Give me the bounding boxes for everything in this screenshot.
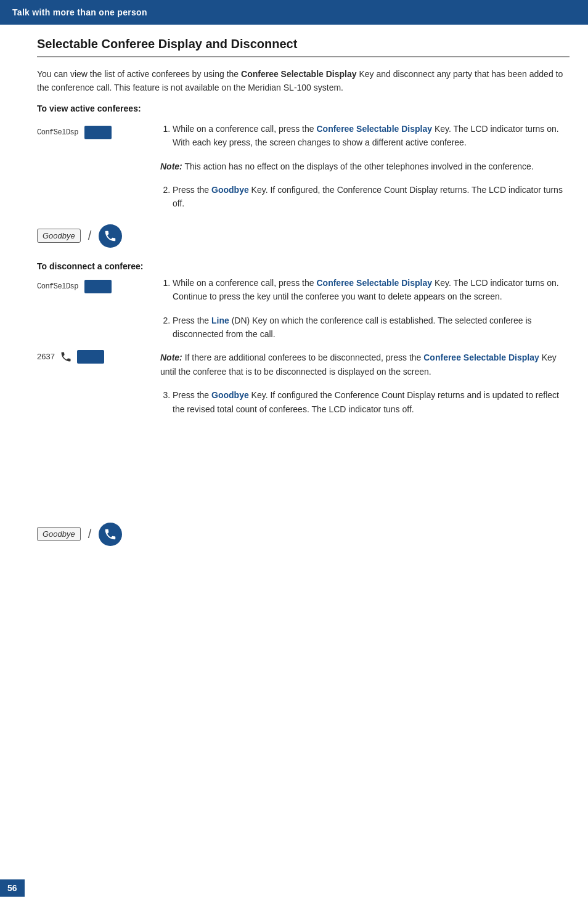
phone-icon-2 xyxy=(99,523,122,546)
note-label-1: Note: xyxy=(160,161,182,171)
goodbye-row-2: Goodbye / xyxy=(37,519,122,546)
step1-highlight: Conferee Selectable Display xyxy=(316,124,432,134)
dstep1-highlight: Conferee Selectable Display xyxy=(316,278,432,288)
blue-indicator-2 xyxy=(84,280,112,293)
disconnect-section-layout: ConfSelDsp 2637 Goodbye xyxy=(37,276,570,546)
disconnect-steps-list-3: Press the Goodbye Key. If configured the… xyxy=(160,388,570,416)
line-key-row: 2637 xyxy=(37,350,104,364)
page-number-area: 56 xyxy=(0,879,25,897)
phone-icon-1 xyxy=(99,224,122,248)
confselddsp-key-row-1: ConfSelDsp xyxy=(37,126,112,139)
disconnect-step-1: While on a conference call, press the Co… xyxy=(173,276,570,304)
step2-highlight: Goodbye xyxy=(211,185,249,195)
view-steps-list: While on a conference call, press the Co… xyxy=(160,122,570,150)
line-row-layout: 2637 xyxy=(37,350,104,364)
view-left-illustrations: ConfSelDsp Goodbye / xyxy=(37,122,160,248)
phone-small-icon xyxy=(60,351,72,363)
view-step-1: While on a conference call, press the Co… xyxy=(173,122,570,150)
disconnect-steps-list: While on a conference call, press the Co… xyxy=(160,276,570,341)
disconnect-right-steps: While on a conference call, press the Co… xyxy=(160,276,570,426)
slash-1: / xyxy=(88,229,92,243)
confselddsp-key-row-2: ConfSelDsp xyxy=(37,280,112,293)
page-number: 56 xyxy=(0,879,25,897)
note-label-2: Note: xyxy=(160,353,182,362)
goodbye-row-1: Goodbye / xyxy=(37,221,122,248)
line-number: 2637 xyxy=(37,352,55,361)
dnote-highlight: Conferee Selectable Display xyxy=(423,353,539,362)
goodbye-key-row-1: Goodbye / xyxy=(37,224,122,248)
disconnect-step-3: Press the Goodbye Key. If configured the… xyxy=(173,388,570,416)
view-steps-list-2: Press the Goodbye Key. If configured, th… xyxy=(160,183,570,211)
slash-2: / xyxy=(88,527,92,541)
view-section-layout: ConfSelDsp Goodbye / xyxy=(37,122,570,248)
disconnect-note: Note: If there are additional conferees … xyxy=(160,351,570,378)
intro-paragraph: You can view the list of active conferee… xyxy=(37,67,570,95)
highlight-conferee-selectable-display: Conferee Selectable Display xyxy=(241,69,357,79)
header-title: Talk with more than one person xyxy=(12,7,147,17)
goodbye-key-row-2: Goodbye / xyxy=(37,523,122,546)
disconnect-left-illustrations: ConfSelDsp 2637 Goodbye xyxy=(37,276,160,546)
disconnect-heading: To disconnect a conferee: xyxy=(37,261,570,271)
conf-sel-dsp-label-2: ConfSelDsp xyxy=(37,282,78,291)
conf-sel-dsp-label-1: ConfSelDsp xyxy=(37,128,78,137)
dstep3-highlight: Goodbye xyxy=(211,390,249,400)
disconnect-step-2: Press the Line (DN) Key on which the con… xyxy=(173,314,570,341)
dstep2-highlight: Line xyxy=(211,316,229,325)
blue-indicator-1 xyxy=(84,126,112,139)
view-right-steps: While on a conference call, press the Co… xyxy=(160,122,570,221)
blue-indicator-3 xyxy=(77,350,104,364)
view-step-2: Press the Goodbye Key. If configured, th… xyxy=(173,183,570,211)
view-heading: To view active conferees: xyxy=(37,104,570,113)
main-content: Selectable Conferee Display and Disconne… xyxy=(18,25,588,577)
goodbye-button-1: Goodbye xyxy=(37,229,81,243)
view-note: Note: This action has no effect on the d… xyxy=(160,160,570,173)
header-banner: Talk with more than one person xyxy=(0,0,588,25)
goodbye-button-2: Goodbye xyxy=(37,527,81,541)
section-title: Selectable Conferee Display and Disconne… xyxy=(37,37,570,57)
